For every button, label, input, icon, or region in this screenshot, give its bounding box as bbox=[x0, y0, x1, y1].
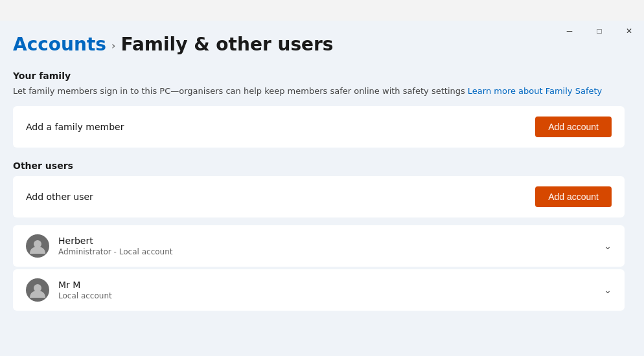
user-info-mrm: Mr M Local account bbox=[26, 278, 112, 302]
settings-panel: ─ □ ✕ Accounts › Family & other users Yo… bbox=[0, 21, 644, 356]
breadcrumb-accounts[interactable]: Accounts bbox=[13, 34, 106, 55]
add-family-account-button[interactable]: Add account bbox=[535, 117, 612, 137]
user-role-mrm: Local account bbox=[58, 291, 112, 300]
avatar-mrm bbox=[26, 278, 49, 302]
user-role-herbert: Administrator - Local account bbox=[58, 247, 172, 256]
title-bar: ─ □ ✕ bbox=[555, 21, 644, 41]
add-family-member-label: Add a family member bbox=[26, 122, 124, 132]
add-other-account-button[interactable]: Add account bbox=[535, 186, 612, 207]
maximize-button[interactable]: □ bbox=[584, 21, 614, 41]
other-users-title: Other users bbox=[13, 161, 625, 171]
chevron-down-icon-herbert: ⌄ bbox=[604, 241, 612, 251]
chevron-down-icon-mrm: ⌄ bbox=[604, 285, 612, 295]
breadcrumb-chevron-icon: › bbox=[111, 39, 115, 52]
learn-more-link[interactable]: Learn more about Family Safety bbox=[468, 86, 602, 96]
user-details-mrm: Mr M Local account bbox=[58, 280, 112, 300]
breadcrumb: Accounts › Family & other users bbox=[13, 34, 625, 55]
avatar-herbert bbox=[26, 234, 49, 258]
user-info-herbert: Herbert Administrator - Local account bbox=[26, 234, 172, 258]
user-name-herbert: Herbert bbox=[58, 236, 172, 246]
family-description: Let family members sign in to this PC—or… bbox=[13, 86, 625, 96]
close-button[interactable]: ✕ bbox=[614, 21, 644, 41]
your-family-title: Your family bbox=[13, 71, 625, 81]
user-item-herbert[interactable]: Herbert Administrator - Local account ⌄ bbox=[13, 225, 625, 267]
user-item-mrm[interactable]: Mr M Local account ⌄ bbox=[13, 269, 625, 311]
page-title: Family & other users bbox=[121, 34, 333, 55]
user-details-herbert: Herbert Administrator - Local account bbox=[58, 236, 172, 256]
family-desc-text: Let family members sign in to this PC—or… bbox=[13, 86, 465, 96]
add-family-member-card: Add a family member Add account bbox=[13, 106, 625, 148]
minimize-button[interactable]: ─ bbox=[555, 21, 584, 41]
add-other-user-card: Add other user Add account bbox=[13, 176, 625, 217]
add-other-user-label: Add other user bbox=[26, 192, 93, 202]
main-content: Accounts › Family & other users Your fam… bbox=[0, 21, 644, 326]
your-family-section: Your family Let family members sign in t… bbox=[13, 71, 625, 148]
other-users-section: Other users Add other user Add account H… bbox=[13, 161, 625, 311]
user-name-mrm: Mr M bbox=[58, 280, 112, 290]
